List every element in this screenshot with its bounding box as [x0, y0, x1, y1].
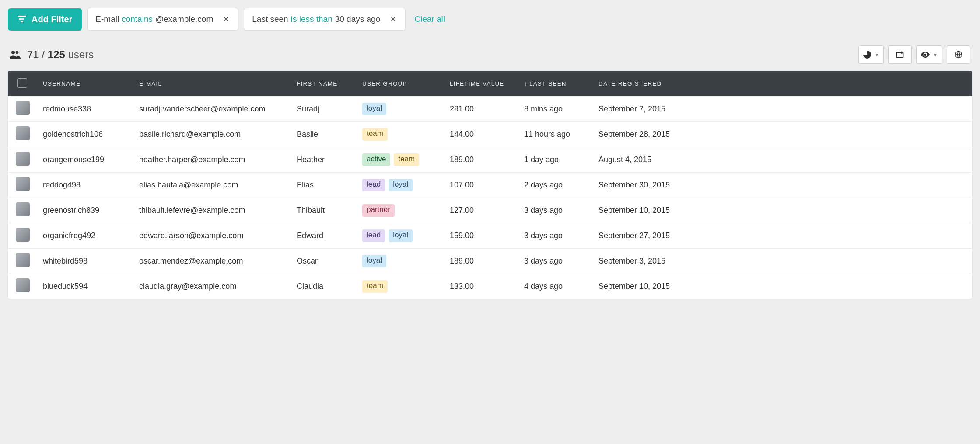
col-date-registered[interactable]: Date Registered: [598, 80, 686, 87]
cell-date-registered: September 10, 2015: [598, 282, 686, 291]
col-last-seen[interactable]: Last Seen: [524, 80, 598, 87]
filter-value: @example.com: [155, 14, 213, 24]
cell-first-name: Heather: [297, 155, 362, 164]
cell-date-registered: September 7, 2015: [598, 104, 686, 114]
chevron-down-icon: ▼: [933, 52, 938, 57]
filter-bar: Add Filter E-mail contains @example.com✕…: [8, 8, 972, 31]
cell-user-group: team: [362, 128, 450, 140]
select-all-checkbox[interactable]: [18, 78, 27, 88]
cell-last-seen: 4 days ago: [524, 282, 598, 291]
eye-icon: [921, 52, 930, 58]
cell-first-name: Suradj: [297, 104, 362, 114]
cell-last-seen: 3 days ago: [524, 206, 598, 215]
svg-rect-1: [19, 18, 24, 20]
cell-date-registered: September 30, 2015: [598, 180, 686, 190]
cell-email: edward.larson@example.com: [139, 231, 297, 240]
cell-lifetime-value: 159.00: [450, 231, 524, 240]
clear-all-button[interactable]: Clear all: [411, 12, 448, 27]
cell-username: whitebird598: [43, 257, 139, 266]
cell-lifetime-value: 133.00: [450, 282, 524, 291]
cell-last-seen: 2 days ago: [524, 180, 598, 190]
col-username[interactable]: Username: [43, 80, 139, 87]
svg-rect-0: [18, 16, 26, 17]
cell-first-name: Edward: [297, 231, 362, 240]
count-total: 125: [48, 49, 65, 60]
user-group-tag: active: [362, 153, 390, 166]
close-icon[interactable]: ✕: [220, 14, 232, 25]
filter-operator: is less than: [291, 14, 332, 24]
chart-view-button[interactable]: ▼: [858, 45, 884, 64]
col-lifetime-value[interactable]: Lifetime Value: [450, 80, 524, 87]
filter-value: 30 days ago: [335, 14, 381, 24]
cell-user-group: loyal: [362, 103, 450, 115]
table-row[interactable]: goldenostrich106basile.richard@example.c…: [8, 121, 972, 147]
svg-rect-2: [21, 21, 23, 22]
user-group-tag: lead: [362, 229, 385, 242]
filter-icon: [18, 15, 26, 23]
table-row[interactable]: greenostrich839thibault.lefevre@example.…: [8, 198, 972, 223]
table-row[interactable]: orangemouse199heather.harper@example.com…: [8, 147, 972, 172]
cell-user-group: partner: [362, 204, 450, 216]
count-sep: /: [39, 49, 48, 60]
export-button[interactable]: [888, 45, 912, 64]
user-group-tag: loyal: [388, 179, 413, 191]
cell-last-seen: 1 day ago: [524, 155, 598, 164]
user-group-tag: team: [362, 280, 388, 292]
cell-username: organicfrog492: [43, 231, 139, 240]
chevron-down-icon: ▼: [875, 52, 879, 57]
col-email[interactable]: E-mail: [139, 80, 297, 87]
cell-last-seen: 8 mins ago: [524, 104, 598, 114]
table-row[interactable]: reddog498elias.hautala@example.comEliasl…: [8, 172, 972, 198]
cell-username: blueduck594: [43, 282, 139, 291]
cell-first-name: Elias: [297, 180, 362, 190]
avatar: [16, 253, 30, 267]
col-user-group[interactable]: User Group: [362, 80, 450, 87]
cell-date-registered: September 10, 2015: [598, 206, 686, 215]
user-count-summary: 71 / 125 users: [10, 49, 94, 61]
cell-username: orangemouse199: [43, 155, 139, 164]
visibility-button[interactable]: ▼: [916, 45, 942, 64]
table-row[interactable]: whitebird598oscar.mendez@example.comOsca…: [8, 248, 972, 274]
cell-email: oscar.mendez@example.com: [139, 257, 297, 266]
col-first-name[interactable]: First Name: [297, 80, 362, 87]
add-filter-button[interactable]: Add Filter: [8, 8, 82, 31]
count-label: users: [68, 49, 94, 60]
cell-email: suradj.vanderscheer@example.com: [139, 104, 297, 114]
cell-date-registered: September 28, 2015: [598, 130, 686, 139]
cell-username: greenostrich839: [43, 206, 139, 215]
cell-first-name: Claudia: [297, 282, 362, 291]
table-toolbar: ▼ ▼: [858, 45, 970, 64]
pie-chart-icon: [863, 51, 871, 59]
cell-last-seen: 11 hours ago: [524, 130, 598, 139]
table-body: redmouse338suradj.vanderscheer@example.c…: [8, 96, 972, 299]
svg-point-3: [11, 51, 15, 54]
cell-lifetime-value: 189.00: [450, 155, 524, 164]
cell-email: heather.harper@example.com: [139, 155, 297, 164]
user-group-tag: loyal: [362, 255, 386, 267]
filter-field: E-mail: [95, 14, 119, 24]
cell-first-name: Oscar: [297, 257, 362, 266]
close-icon[interactable]: ✕: [387, 14, 399, 25]
filter-chip[interactable]: E-mail contains @example.com✕: [87, 8, 238, 31]
cell-user-group: leadloyal: [362, 179, 450, 191]
cell-last-seen: 3 days ago: [524, 231, 598, 240]
table-row[interactable]: organicfrog492edward.larson@example.comE…: [8, 223, 972, 248]
table-row[interactable]: redmouse338suradj.vanderscheer@example.c…: [8, 96, 972, 121]
svg-point-6: [924, 54, 927, 56]
filter-chip[interactable]: Last seen is less than 30 days ago✕: [244, 8, 406, 31]
filter-field: Last seen: [252, 14, 288, 24]
cell-username: goldenostrich106: [43, 130, 139, 139]
users-table: Username E-mail First Name User Group Li…: [8, 71, 972, 299]
svg-point-4: [16, 51, 19, 54]
avatar: [16, 152, 30, 166]
user-group-tag: loyal: [388, 229, 413, 242]
cell-email: basile.richard@example.com: [139, 130, 297, 139]
globe-icon: [955, 51, 962, 59]
table-row[interactable]: blueduck594claudia.gray@example.comClaud…: [8, 274, 972, 299]
cell-email: thibault.lefevre@example.com: [139, 206, 297, 215]
table-header: Username E-mail First Name User Group Li…: [8, 71, 972, 96]
cell-first-name: Thibault: [297, 206, 362, 215]
globe-button[interactable]: [947, 45, 970, 64]
cell-user-group: team: [362, 280, 450, 292]
filter-chips: E-mail contains @example.com✕Last seen i…: [87, 8, 406, 31]
